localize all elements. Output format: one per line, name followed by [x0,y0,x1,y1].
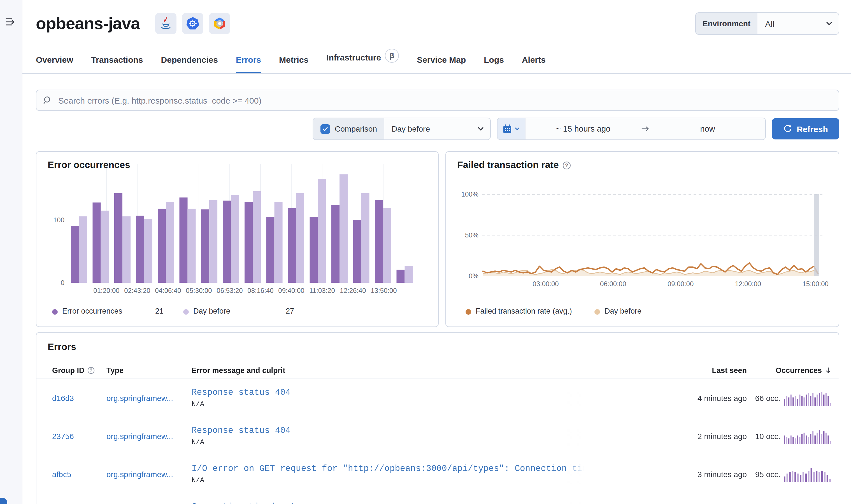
error-message-link[interactable]: Connection timed out [192,502,584,504]
failed-transaction-rate-panel: Failed transaction rate ? 0%50%100%03:00… [445,151,839,327]
tab-overview[interactable]: Overview [36,55,73,73]
svg-text:11:03:20: 11:03:20 [309,287,335,294]
svg-text:?: ? [565,162,568,168]
col-occurrences[interactable]: Occurrences [747,366,832,374]
occurrences-cell: 10 occ. [747,428,832,444]
last-seen-value: 4 minutes ago [649,393,747,402]
svg-text:06:00:00: 06:00:00 [600,280,626,288]
refresh-button[interactable]: Refresh [772,118,839,140]
service-tech-badges [155,13,230,34]
legend-dot [465,308,471,317]
legend-value: 21 [155,307,164,315]
main-content: opbeans-java [22,0,851,504]
comparison-label: Comparison [335,124,377,133]
tab-transactions[interactable]: Transactions [91,55,143,73]
environment-label: Environment [696,13,757,34]
comparison-checkbox[interactable] [320,124,330,133]
error-occurrences-legend: Error occurrences 21 Day before 27 [36,304,438,319]
errors-table-header: Group ID ? Type Error message and culpri… [36,362,839,379]
error-occurrences-title: Error occurrences [48,160,130,171]
legend-value: 27 [286,307,294,315]
legend-dot [595,308,600,317]
svg-text:12:00:00: 12:00:00 [735,280,761,288]
failed-rate-chart[interactable]: 0%50%100%03:00:0006:00:0009:00:0012:00:0… [446,152,840,301]
error-culprit: N/A [192,476,584,484]
error-message-cell: I/O error on GET request for "http://opb… [192,464,584,484]
refresh-icon [783,124,792,133]
chevron-down-icon [477,125,484,133]
environment-value[interactable]: All [757,13,839,34]
kubernetes-icon [182,13,203,34]
tab-infrastructure[interactable]: Infrastructure β [326,50,399,73]
table-row: d16d3 org.springframew... Response statu… [36,379,839,417]
table-row: 23756 org.springframew... Response statu… [36,417,839,455]
occurrences-cell: 66 occ. [747,390,832,406]
comparison-toggle[interactable]: Comparison [313,118,384,140]
comparison-control: Comparison Day before [312,118,491,140]
group-id-link[interactable]: d16d3 [52,393,106,402]
svg-text:04:06:40: 04:06:40 [155,287,181,294]
environment-select[interactable]: Environment All [695,12,839,35]
error-occurrences-chart[interactable]: 010001:20:0002:43:2004:06:4005:30:0006:5… [36,152,439,301]
col-type: Type [106,366,192,374]
error-message-link[interactable]: Response status 404 [192,426,584,436]
error-message-cell: Connection timed out N/A [192,502,584,504]
tab-errors[interactable]: Errors [236,55,261,73]
col-message: Error message and culprit [192,366,649,374]
failed-rate-title: Failed transaction rate [457,160,559,171]
service-header: opbeans-java [36,11,839,36]
tab-dependencies[interactable]: Dependencies [161,55,218,73]
type-link[interactable]: org.springframew... [106,431,192,440]
error-occurrences-panel: Error occurrences 010001:20:0002:43:2004… [36,151,439,327]
error-culprit: N/A [192,438,584,446]
tab-metrics[interactable]: Metrics [279,55,308,73]
svg-text:02:43:20: 02:43:20 [124,287,150,294]
occurrences-sparkline [784,428,832,444]
service-tabs-bar: Overview Transactions Dependencies Error… [22,50,851,74]
svg-text:13:50:00: 13:50:00 [371,287,397,294]
errors-table: Group ID ? Type Error message and culpri… [36,362,839,504]
type-link[interactable]: org.springframew... [106,470,192,479]
svg-text:100: 100 [53,216,65,224]
svg-text:50%: 50% [465,231,478,239]
tab-logs[interactable]: Logs [484,55,504,73]
svg-text:100%: 100% [461,191,478,198]
sort-desc-icon [825,366,832,374]
time-range-start[interactable]: ~ 15 hours ago [526,118,641,140]
tab-service-map[interactable]: Service Map [417,55,466,73]
legend-item[interactable]: Day before [193,307,230,315]
time-range-end[interactable]: now [650,118,765,140]
apm-errors-page: opbeans-java [0,0,851,504]
expand-menu-icon [4,16,17,28]
legend-dot [183,308,189,317]
search-input[interactable] [57,95,832,106]
comparison-select[interactable]: Day before [384,118,490,140]
table-row: b2d86 java.net.ConnectE... Connection ti… [36,493,839,504]
legend-item[interactable]: Day before [604,307,641,315]
arrow-right-icon [641,118,650,140]
occurrences-sparkline [784,466,832,483]
table-row: afbc5 org.springframew... I/O error on G… [36,455,839,493]
svg-text:?: ? [90,367,92,373]
calendar-icon [502,124,512,133]
occurrences-cell: 95 occ. [747,466,832,483]
quick-select-button[interactable] [497,118,526,140]
search-icon [43,96,52,105]
group-id-link[interactable]: 23756 [52,431,106,440]
help-icon[interactable]: ? [563,161,571,169]
svg-text:01:20:00: 01:20:00 [93,287,119,294]
group-id-link[interactable]: afbc5 [52,470,106,479]
error-message-link[interactable]: Response status 404 [192,388,584,398]
error-search-bar[interactable] [36,90,839,111]
error-message-link[interactable]: I/O error on GET request for "http://opb… [192,464,584,474]
expand-menu-button[interactable] [4,16,17,28]
col-last-seen: Last seen [649,366,747,374]
help-icon[interactable]: ? [87,366,95,374]
tab-alerts[interactable]: Alerts [522,55,546,73]
legend-item[interactable]: Error occurrences [62,307,122,315]
legend-item[interactable]: Failed transaction rate (avg.) [476,307,572,315]
failed-rate-legend: Failed transaction rate (avg.) Day befor… [446,304,839,319]
last-seen-value: 2 minutes ago [649,431,747,440]
svg-text:06:53:20: 06:53:20 [216,287,243,294]
type-link[interactable]: org.springframew... [106,393,192,402]
